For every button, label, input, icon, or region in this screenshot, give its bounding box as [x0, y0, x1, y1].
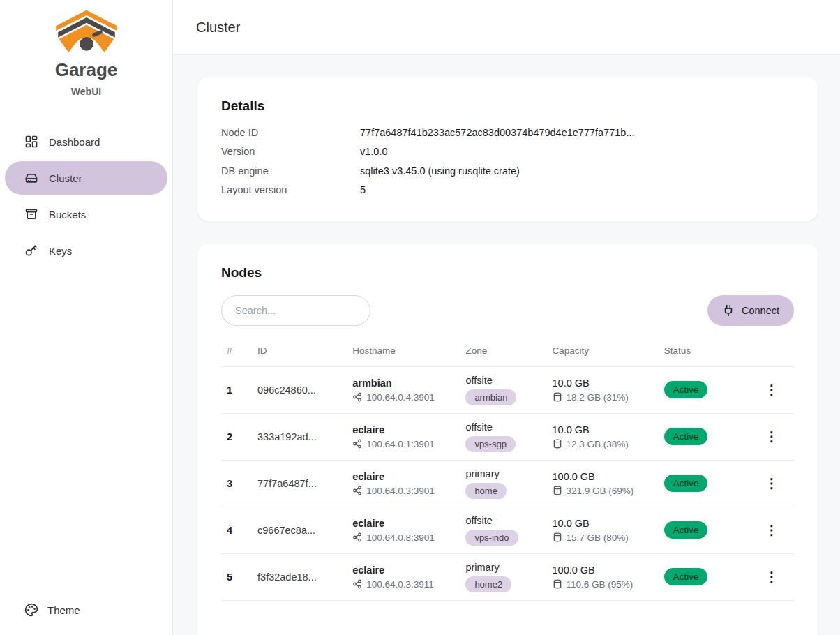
node-zone-cell: offsite vps-indo — [460, 507, 546, 553]
detail-label: Layout version — [221, 184, 360, 196]
node-id: c9667ec8a... — [252, 507, 347, 553]
col-num: # — [221, 340, 252, 367]
nodes-controls: Connect — [221, 295, 794, 326]
database-icon — [553, 392, 562, 402]
nodes-table-body: 1 096c24860... armbian 100.64.0.4:3901 o… — [221, 366, 794, 600]
sidebar-item-label: Dashboard — [49, 136, 100, 148]
sidebar-item-dashboard[interactable]: Dashboard — [5, 125, 167, 158]
share-nodes-icon — [352, 439, 362, 449]
sidebar-item-cluster[interactable]: Cluster — [5, 161, 167, 195]
detail-label: Node ID — [221, 127, 360, 139]
theme-button[interactable]: Theme — [5, 595, 100, 625]
detail-label: Version — [221, 146, 360, 158]
node-hostname: eclaire — [352, 518, 454, 529]
node-number: 5 — [221, 553, 252, 600]
node-status-cell: Active — [659, 460, 749, 507]
node-hostname-cell: eclaire 100.64.0.1:3901 — [347, 413, 460, 460]
node-capacity: 10.0 GB — [553, 378, 653, 389]
row-actions-button[interactable]: ⋮ — [759, 380, 783, 399]
node-zone: offsite — [465, 421, 541, 433]
col-capacity: Capacity — [547, 340, 659, 367]
main-area: Cluster Details Node ID 77f7a6487f41b233… — [173, 0, 840, 635]
node-number: 2 — [221, 413, 252, 460]
search-input[interactable] — [221, 295, 370, 326]
node-address-line: 100.64.0.8:3901 — [352, 532, 454, 543]
detail-value: sqlite3 v3.45.0 (using rusqlite crate) — [360, 165, 520, 177]
node-capacity: 100.0 GB — [553, 565, 653, 576]
table-row: 4 c9667ec8a... eclaire 100.64.0.8:3901 o… — [221, 507, 794, 553]
node-usage: 12.3 GB (38%) — [567, 439, 629, 449]
brand-title: Garage — [0, 59, 172, 81]
node-id: 77f7a6487f... — [252, 460, 347, 507]
node-address-line: 100.64.0.3:3901 — [352, 486, 454, 496]
node-usage: 110.6 GB (95%) — [567, 579, 633, 590]
sidebar-item-label: Buckets — [49, 209, 86, 221]
node-actions-cell: ⋮ — [749, 553, 794, 600]
detail-row-node-id: Node ID 77f7a6487f41b233ac572ac83d00374b… — [221, 127, 794, 139]
key-icon — [24, 244, 38, 257]
details-card: Details Node ID 77f7a6487f41b233ac572ac8… — [197, 77, 818, 221]
status-badge: Active — [664, 428, 708, 445]
node-number: 4 — [221, 507, 252, 553]
col-status: Status — [659, 340, 749, 367]
connect-button[interactable]: Connect — [707, 295, 794, 326]
details-list: Node ID 77f7a6487f41b233ac572ac83d00374b… — [221, 127, 794, 197]
node-number: 3 — [221, 460, 252, 507]
node-zone: primary — [465, 562, 541, 573]
detail-value: v1.0.0 — [360, 146, 388, 158]
zone-tag-badge: home2 — [465, 576, 511, 592]
database-icon — [553, 486, 562, 495]
node-hostname-cell: armbian 100.64.0.4:3901 — [347, 366, 460, 413]
status-badge: Active — [664, 568, 708, 585]
dashboard-icon — [24, 135, 38, 149]
plug-icon — [722, 304, 735, 317]
node-zone: offsite — [465, 375, 541, 386]
detail-label: DB engine — [221, 165, 360, 177]
connect-label: Connect — [742, 305, 779, 316]
node-address-line: 100.64.0.3:3911 — [352, 579, 454, 590]
status-badge: Active — [664, 521, 708, 539]
node-status-cell: Active — [659, 507, 749, 553]
node-capacity-cell: 10.0 GB 12.3 GB (38%) — [547, 413, 659, 460]
node-usage-line: 15.7 GB (80%) — [553, 532, 653, 543]
node-hostname: eclaire — [352, 424, 454, 435]
row-actions-button[interactable]: ⋮ — [759, 474, 783, 493]
row-actions-button[interactable]: ⋮ — [759, 521, 783, 539]
topbar: Cluster — [173, 0, 840, 55]
node-hostname: armbian — [352, 378, 454, 389]
node-address: 100.64.0.1:3901 — [366, 439, 435, 449]
row-actions-button[interactable]: ⋮ — [759, 427, 783, 446]
palette-icon — [24, 603, 38, 617]
zone-tag-badge: vps-sgp — [465, 436, 516, 452]
brand: Garage WebUI — [0, 0, 172, 97]
col-actions — [749, 340, 794, 367]
table-row: 1 096c24860... armbian 100.64.0.4:3901 o… — [221, 366, 794, 413]
database-icon — [553, 579, 562, 589]
zone-tag-badge: home — [465, 483, 507, 499]
node-status-cell: Active — [659, 553, 749, 600]
sidebar-item-buckets[interactable]: Buckets — [5, 197, 167, 231]
nodes-title: Nodes — [221, 265, 794, 281]
sidebar-item-label: Cluster — [49, 172, 82, 184]
node-address: 100.64.0.3:3901 — [366, 486, 435, 496]
share-nodes-icon — [352, 579, 362, 589]
status-badge: Active — [664, 381, 708, 398]
node-capacity: 10.0 GB — [553, 424, 653, 435]
detail-value: 77f7a6487f41b233ac572ac83d00374b479d4e1e… — [360, 127, 635, 139]
database-icon — [553, 439, 562, 449]
detail-row-version: Version v1.0.0 — [221, 146, 794, 158]
node-hostname: eclaire — [352, 565, 454, 576]
node-hostname-cell: eclaire 100.64.0.8:3901 — [347, 507, 460, 553]
node-capacity-cell: 100.0 GB 110.6 GB (95%) — [547, 553, 659, 600]
sidebar-item-label: Keys — [49, 245, 72, 257]
node-number: 1 — [221, 366, 252, 413]
node-id: f3f32ade18... — [252, 553, 347, 600]
node-address: 100.64.0.3:3911 — [366, 579, 434, 590]
archive-box-icon — [24, 207, 38, 221]
share-nodes-icon — [352, 532, 362, 542]
detail-row-layout-version: Layout version 5 — [221, 184, 794, 196]
sidebar: Garage WebUI Dashboard Cluster Buckets — [0, 0, 173, 635]
status-badge: Active — [664, 475, 708, 492]
row-actions-button[interactable]: ⋮ — [759, 567, 783, 586]
sidebar-item-keys[interactable]: Keys — [5, 234, 167, 267]
